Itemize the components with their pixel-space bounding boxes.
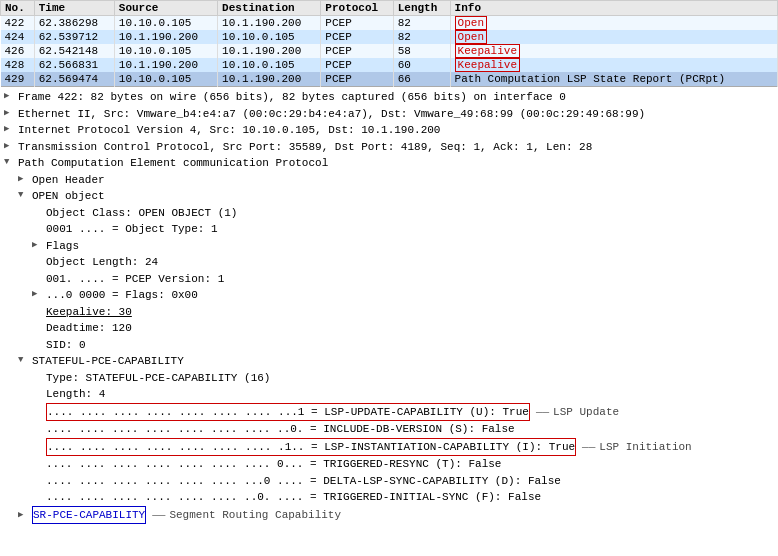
sr-pce-arrow: ▶ (18, 508, 32, 523)
lsp-instantiation-annotation: LSP Initiation (582, 439, 692, 456)
pcep-version-text: 001. .... = PCEP Version: 1 (46, 271, 774, 288)
object-type-text: 0001 .... = Object Type: 1 (46, 221, 774, 238)
open-header-arrow: ▶ (18, 172, 32, 187)
open-object-row[interactable]: ▼ OPEN object (4, 188, 774, 205)
frame-row[interactable]: ▶ Frame 422: 82 bytes on wire (656 bits)… (4, 89, 774, 106)
object-type-row: 0001 .... = Object Type: 1 (4, 221, 774, 238)
sid-text: SID: 0 (46, 337, 774, 354)
detail-pane: ▶ Frame 422: 82 bytes on wire (656 bits)… (0, 87, 778, 526)
tcp-row[interactable]: ▶ Transmission Control Protocol, Src Por… (4, 139, 774, 156)
open-header-text: Open Header (32, 172, 774, 189)
col-source: Source (114, 1, 217, 16)
flags-value-spacer: ▶ (32, 287, 46, 302)
delta-lsp-spacer (32, 473, 46, 488)
lsp-instantiation-spacer (32, 440, 46, 455)
col-info: Info (450, 1, 777, 16)
stateful-pce-arrow: ▼ (18, 353, 32, 368)
pcep-version-row: 001. .... = PCEP Version: 1 (4, 271, 774, 288)
open-header-row[interactable]: ▶ Open Header (4, 172, 774, 189)
ethernet-arrow: ▶ (4, 106, 18, 121)
include-db-text: .... .... .... .... .... .... .... ..0. … (46, 421, 774, 438)
deadtime-spacer (32, 320, 46, 335)
table-row[interactable]: 42962.56947410.10.0.10510.1.190.200PCEP6… (1, 72, 778, 87)
type-stateful-text: Type: STATEFUL-PCE-CAPABILITY (16) (46, 370, 774, 387)
flags-text: Flags (46, 238, 774, 255)
pcep-version-spacer (32, 271, 46, 286)
frame-text: Frame 422: 82 bytes on wire (656 bits), … (18, 89, 774, 106)
ip-text: Internet Protocol Version 4, Src: 10.10.… (18, 122, 774, 139)
col-destination: Destination (218, 1, 321, 16)
lsp-update-spacer (32, 405, 46, 420)
triggered-resync-text: .... .... .... .... .... .... .... 0... … (46, 456, 774, 473)
table-row[interactable]: 42662.54214810.10.0.10510.1.190.200PCEP5… (1, 44, 778, 58)
col-no: No. (1, 1, 35, 16)
lsp-update-box: .... .... .... .... .... .... .... ...1 … (46, 403, 530, 422)
tcp-text: Transmission Control Protocol, Src Port:… (18, 139, 774, 156)
pcep-text: Path Computation Element communication P… (18, 155, 774, 172)
type-stateful-row: Type: STATEFUL-PCE-CAPABILITY (16) (4, 370, 774, 387)
col-length: Length (393, 1, 450, 16)
stateful-pce-row[interactable]: ▼ STATEFUL-PCE-CAPABILITY (4, 353, 774, 370)
object-class-spacer (32, 205, 46, 220)
table-row[interactable]: 42262.38629810.10.0.10510.1.190.200PCEP8… (1, 16, 778, 31)
lsp-update-row: .... .... .... .... .... .... .... ...1 … (4, 403, 774, 422)
sr-pce-box: SR-PCE-CAPABILITY (32, 506, 146, 525)
lsp-instantiation-box: .... .... .... .... .... .... .... .1.. … (46, 438, 576, 457)
sid-row: SID: 0 (4, 337, 774, 354)
triggered-initial-text: .... .... .... .... .... .... ..0. .... … (46, 489, 774, 506)
tcp-arrow: ▶ (4, 139, 18, 154)
flags-arrow: ▶ (32, 238, 46, 253)
delta-lsp-row: .... .... .... .... .... .... ...0 .... … (4, 473, 774, 490)
pcep-row[interactable]: ▼ Path Computation Element communication… (4, 155, 774, 172)
triggered-resync-row: .... .... .... .... .... .... .... 0... … (4, 456, 774, 473)
frame-arrow: ▶ (4, 89, 18, 104)
keepalive-text: Keepalive: 30 (46, 304, 774, 321)
open-object-arrow: ▼ (18, 188, 32, 203)
sr-pce-annotation: Segment Routing Capability (152, 507, 341, 524)
deadtime-text: Deadtime: 120 (46, 320, 774, 337)
deadtime-row: Deadtime: 120 (4, 320, 774, 337)
flags-value-row: ▶ ...0 0000 = Flags: 0x00 (4, 287, 774, 304)
type-stateful-spacer (32, 370, 46, 385)
object-type-spacer (32, 221, 46, 236)
keepalive-spacer (32, 304, 46, 319)
keepalive-row: Keepalive: 30 (4, 304, 774, 321)
ip-row[interactable]: ▶ Internet Protocol Version 4, Src: 10.1… (4, 122, 774, 139)
length-stateful-spacer (32, 386, 46, 401)
col-protocol: Protocol (321, 1, 393, 16)
delta-lsp-text: .... .... .... .... .... .... ...0 .... … (46, 473, 774, 490)
object-length-text: Object Length: 24 (46, 254, 774, 271)
sr-pce-row[interactable]: ▶ SR-PCE-CAPABILITY Segment Routing Capa… (4, 506, 774, 525)
pcep-arrow: ▼ (4, 155, 18, 170)
stateful-pce-text: STATEFUL-PCE-CAPABILITY (32, 353, 774, 370)
triggered-resync-spacer (32, 456, 46, 471)
object-length-spacer (32, 254, 46, 269)
packet-table: No. Time Source Destination Protocol Len… (0, 0, 778, 87)
object-length-row: Object Length: 24 (4, 254, 774, 271)
table-row[interactable]: 42862.56683110.1.190.20010.10.0.105PCEP6… (1, 58, 778, 72)
object-class-row: Object Class: OPEN OBJECT (1) (4, 205, 774, 222)
triggered-initial-row: .... .... .... .... .... .... ..0. .... … (4, 489, 774, 506)
triggered-initial-spacer (32, 489, 46, 504)
ip-arrow: ▶ (4, 122, 18, 137)
sid-spacer (32, 337, 46, 352)
open-object-text: OPEN object (32, 188, 774, 205)
table-row[interactable]: 42462.53971210.1.190.20010.10.0.105PCEP8… (1, 30, 778, 44)
col-time: Time (34, 1, 114, 16)
length-stateful-text: Length: 4 (46, 386, 774, 403)
length-stateful-row: Length: 4 (4, 386, 774, 403)
ethernet-text: Ethernet II, Src: Vmware_b4:e4:a7 (00:0c… (18, 106, 774, 123)
lsp-instantiation-row: .... .... .... .... .... .... .... .1.. … (4, 438, 774, 457)
include-db-row: .... .... .... .... .... .... .... ..0. … (4, 421, 774, 438)
object-class-text: Object Class: OPEN OBJECT (1) (46, 205, 774, 222)
include-db-spacer (32, 421, 46, 436)
flags-row[interactable]: ▶ Flags (4, 238, 774, 255)
ethernet-row[interactable]: ▶ Ethernet II, Src: Vmware_b4:e4:a7 (00:… (4, 106, 774, 123)
flags-value-text: ...0 0000 = Flags: 0x00 (46, 287, 774, 304)
lsp-update-annotation: LSP Update (536, 404, 619, 421)
keepalive-underline: Keepalive: 30 (46, 306, 132, 318)
